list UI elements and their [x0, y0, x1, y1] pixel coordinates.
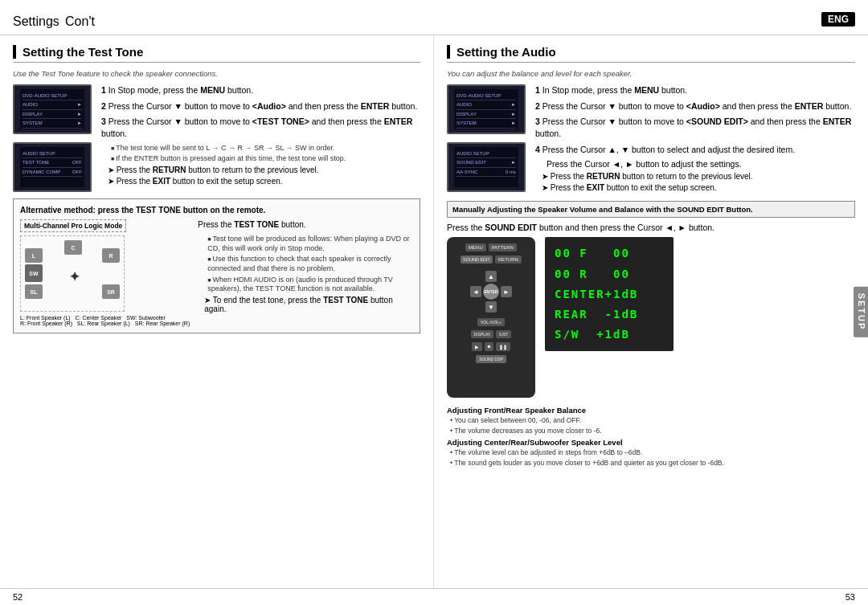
screen-inner-2: AUDIO SETUP TEST TONEOFF DYNAMIC COMPOFF — [20, 147, 84, 187]
dpad-right[interactable]: ► — [501, 286, 512, 297]
sound-right-layout: MENU PATTERN SOUND EDIT RETURN ▲ ▼ ◄ — [447, 237, 855, 398]
remote-btn-pause[interactable]: ❚❚ — [496, 342, 510, 351]
remote-area: MENU PATTERN SOUND EDIT RETURN ▲ ▼ ◄ — [447, 237, 535, 398]
left-panel: Setting the Test Tone Use the Test Tone … — [0, 35, 434, 588]
left-divider — [13, 62, 420, 63]
alt-method-box: Alternative method: press the TEST TONE … — [13, 198, 420, 333]
dpad-down[interactable]: ▼ — [485, 301, 497, 313]
device-screen-2: AUDIO SETUP TEST TONEOFF DYNAMIC COMPOFF — [13, 142, 92, 192]
right-divider — [447, 62, 855, 63]
eng-badge: ENG — [821, 12, 855, 27]
dpad-up[interactable]: ▲ — [485, 271, 497, 282]
speaker-l: L — [25, 248, 43, 263]
remote-btn-return[interactable]: RETURN — [495, 255, 522, 264]
display-row-1: 00 F 00 — [555, 243, 664, 264]
page-num-right: 53 — [845, 592, 855, 602]
right-step-3: 3 Press the Cursor ▼ button to move to <… — [535, 116, 855, 139]
remote-small-btns-4: SOUND DSP — [476, 355, 506, 363]
left-steps-area: DVD-AUDIO SETUP AUDIO► DISPLAY► SYSTEM► … — [13, 84, 420, 192]
main-content: Setting the Test Tone Use the Test Tone … — [0, 35, 868, 588]
adjusting-notes: Adjusting Front/Rear Speaker Balance You… — [447, 406, 855, 467]
screen-row: AUDIO► — [457, 100, 516, 109]
legend-row1: L: Front Speaker (L) C: Center Speaker S… — [20, 315, 190, 321]
remote-top-row: MENU PATTERN — [465, 243, 517, 251]
alt-method-text: Press the TEST TONE button. Test tone wi… — [198, 219, 413, 326]
remote-btn-display[interactable]: DISPLAY — [471, 330, 494, 338]
title-sub: Con't — [65, 14, 95, 28]
alt-arrow: To end the test tone, press the TEST TON… — [204, 296, 413, 313]
page-wrapper: Settings Con't ENG Setting the Test Tone… — [0, 0, 868, 605]
device-screen-1: DVD-AUDIO SETUP AUDIO► DISPLAY► SYSTEM► — [13, 84, 92, 134]
speaker-sl: SL — [25, 284, 43, 299]
remote-row-2: SOUND EDIT RETURN — [461, 255, 522, 264]
remote-btn-menu[interactable]: MENU — [465, 243, 486, 251]
step-1: 1 In Stop mode, press the MENU button. — [101, 84, 420, 96]
screen-row: TEST TONEOFF — [23, 158, 82, 167]
screen-row: SYSTEM► — [23, 119, 82, 128]
dpad-left[interactable]: ◄ — [470, 286, 481, 297]
alt-note-3: When HDMI AUDIO is on (audio is produced… — [207, 276, 413, 294]
display-row-5: S/W +1dB — [555, 325, 664, 345]
right-section-title: Setting the Audio — [447, 45, 855, 59]
adj-note-1a: You can select between 00, -06, and OFF. — [450, 416, 855, 424]
remote-btn-sound-dsp[interactable]: SOUND DSP — [476, 355, 506, 363]
screen-row: DISPLAY► — [457, 110, 516, 119]
screen-row: AUDIO► — [23, 100, 82, 109]
speaker-star: ✦ — [64, 267, 84, 286]
screen-row: DVD-AUDIO SETUP — [23, 92, 82, 100]
title-main: Settings — [13, 14, 59, 28]
screen-row: DVD-AUDIO SETUP — [457, 92, 516, 100]
multi-channel-diagram: Multi-Channel Pro Logic Mode L C R SW ✦ … — [20, 219, 190, 326]
screen-row: AA-SYNC0 ms — [457, 168, 516, 177]
adj-note-1b: The volume decreases as you move closer … — [450, 427, 855, 435]
left-device-screens: DVD-AUDIO SETUP AUDIO► DISPLAY► SYSTEM► … — [13, 84, 93, 192]
right-panel: Setting the Audio You can adjust the bal… — [434, 35, 868, 588]
legend-row2: R: Front Speaker (R) SL: Rear Speaker (L… — [20, 321, 190, 326]
alt-method-inner: Multi-Channel Pro Logic Mode L C R SW ✦ … — [20, 219, 413, 326]
screen-row: SYSTEM► — [457, 119, 516, 128]
header: Settings Con't ENG — [0, 0, 868, 35]
remote-btn-vol[interactable]: VOL-/VOL+ — [477, 318, 505, 326]
arrow-note-1: Press the RETURN button to return to the… — [108, 166, 420, 174]
speaker-sr: SR — [102, 284, 120, 299]
diagram-label: Multi-Channel Pro Logic Mode — [20, 219, 126, 232]
manually-desc: Press the SOUND EDIT button and then pre… — [447, 223, 855, 232]
adj-title-2: Adjusting Center/Rear/Subwoofer Speaker … — [447, 438, 855, 447]
step-3: 3 Press the Cursor ▼ button to move to <… — [101, 116, 420, 139]
sound-edit-display-area: 00 F 00 00 R 00 CENTER+1dB REAR -1dB S/W… — [545, 237, 674, 398]
speaker-sw: SW — [25, 264, 43, 282]
left-subtitle: Use the Test Tone feature to check the s… — [13, 69, 420, 78]
screen-row: AUDIO SETUP — [457, 149, 516, 158]
alt-note-2: Use this function to check that each spe… — [207, 255, 413, 273]
bullet-note-2: If the ENTER button is pressed again at … — [111, 154, 420, 164]
alt-method-title: Alternative method: press the TEST TONE … — [20, 206, 413, 215]
right-device-screens: DVD-AUDIO SETUP AUDIO► DISPLAY► SYSTEM► … — [447, 84, 527, 194]
right-screen-inner-2: AUDIO SETUP SOUND EDIT► AA-SYNC0 ms — [454, 147, 518, 187]
remote-btn-play[interactable]: ▶ — [472, 342, 482, 351]
screen-row: AUDIO SETUP — [23, 149, 82, 158]
speaker-c: C — [64, 240, 82, 255]
right-screen-inner-1: DVD-AUDIO SETUP AUDIO► DISPLAY► SYSTEM► — [454, 89, 518, 129]
speaker-diagram: L C R SW ✦ SL SR — [20, 235, 125, 312]
page-title: Settings Con't — [13, 6, 95, 31]
display-row-4: REAR -1dB — [555, 305, 664, 325]
remote-btn-sound-edit[interactable]: SOUND EDIT — [461, 255, 493, 264]
screen-row: SOUND EDIT► — [457, 158, 516, 167]
setup-badge: SETUP — [854, 287, 868, 337]
display-row-2: 00 R 00 — [555, 264, 664, 284]
display-row-3: CENTER+1dB — [555, 284, 664, 305]
dpad-center[interactable]: ENTER — [483, 284, 499, 300]
left-section-title: Setting the Test Tone — [13, 45, 420, 59]
alt-press-test-tone: Press the TEST TONE button. — [198, 219, 413, 231]
adj-note-2a: The volume level can be adjusted in step… — [450, 448, 855, 456]
bullet-note-1: The test tone will be sent to L → C → R … — [111, 144, 420, 153]
sound-edit-box: 00 F 00 00 R 00 CENTER+1dB REAR -1dB S/W… — [545, 237, 674, 351]
arrow-note-2: Press the EXIT button to exit the setup … — [108, 177, 420, 186]
right-step-1: 1 In Stop mode, press the MENU button. — [535, 84, 855, 96]
step4-sub: Press the Cursor ◄, ► button to adjust t… — [547, 159, 855, 169]
remote-btn-stop[interactable]: ■ — [485, 342, 494, 351]
remote-small-btns-3: ▶ ■ ❚❚ — [472, 342, 511, 351]
remote-btn-exit[interactable]: EXIT — [496, 330, 511, 338]
manually-title: Manually Adjusting the Speaker Volume an… — [447, 201, 855, 218]
remote-btn-pattern[interactable]: PATTERN — [489, 243, 517, 251]
